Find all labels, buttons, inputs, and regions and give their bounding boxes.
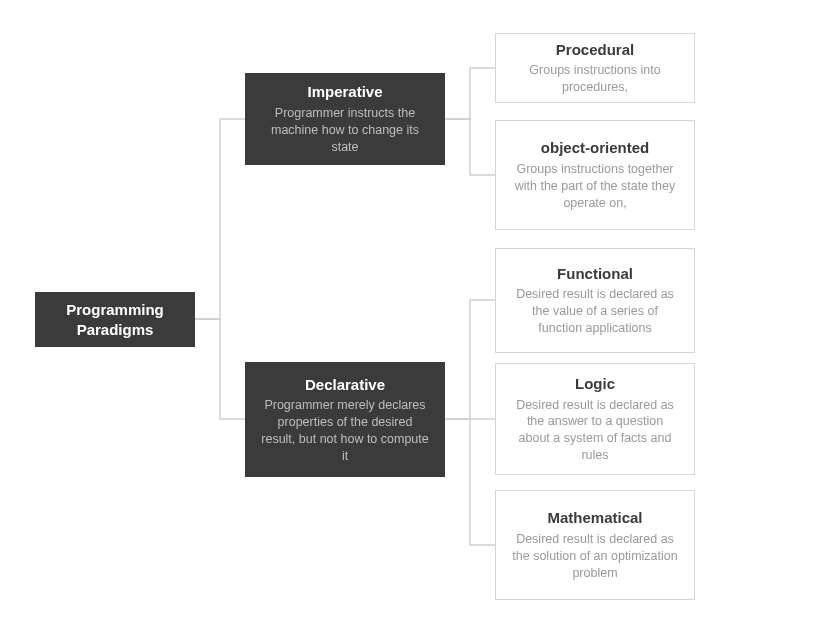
node-declarative-subtitle: Programmer merely declares properties of… bbox=[260, 397, 430, 465]
node-logic: Logic Desired result is declared as the … bbox=[495, 363, 695, 475]
node-procedural-subtitle: Groups instructions into procedures, bbox=[510, 62, 680, 96]
node-imperative-subtitle: Programmer instructs the machine how to … bbox=[260, 105, 430, 156]
node-object-oriented-subtitle: Groups instructions together with the pa… bbox=[510, 161, 680, 212]
node-declarative: Declarative Programmer merely declares p… bbox=[245, 362, 445, 477]
node-procedural-title: Procedural bbox=[556, 40, 634, 60]
node-functional: Functional Desired result is declared as… bbox=[495, 248, 695, 353]
node-procedural: Procedural Groups instructions into proc… bbox=[495, 33, 695, 103]
node-object-oriented-title: object-oriented bbox=[541, 138, 649, 158]
node-root-title: Programming Paradigms bbox=[50, 300, 180, 339]
node-imperative: Imperative Programmer instructs the mach… bbox=[245, 73, 445, 165]
node-functional-title: Functional bbox=[557, 264, 633, 284]
node-mathematical-subtitle: Desired result is declared as the soluti… bbox=[510, 531, 680, 582]
node-declarative-title: Declarative bbox=[305, 375, 385, 395]
node-logic-subtitle: Desired result is declared as the answer… bbox=[510, 397, 680, 465]
node-logic-title: Logic bbox=[575, 374, 615, 394]
node-imperative-title: Imperative bbox=[307, 82, 382, 102]
node-root: Programming Paradigms bbox=[35, 292, 195, 347]
node-object-oriented: object-oriented Groups instructions toge… bbox=[495, 120, 695, 230]
node-functional-subtitle: Desired result is declared as the value … bbox=[510, 286, 680, 337]
node-mathematical: Mathematical Desired result is declared … bbox=[495, 490, 695, 600]
node-mathematical-title: Mathematical bbox=[547, 508, 642, 528]
